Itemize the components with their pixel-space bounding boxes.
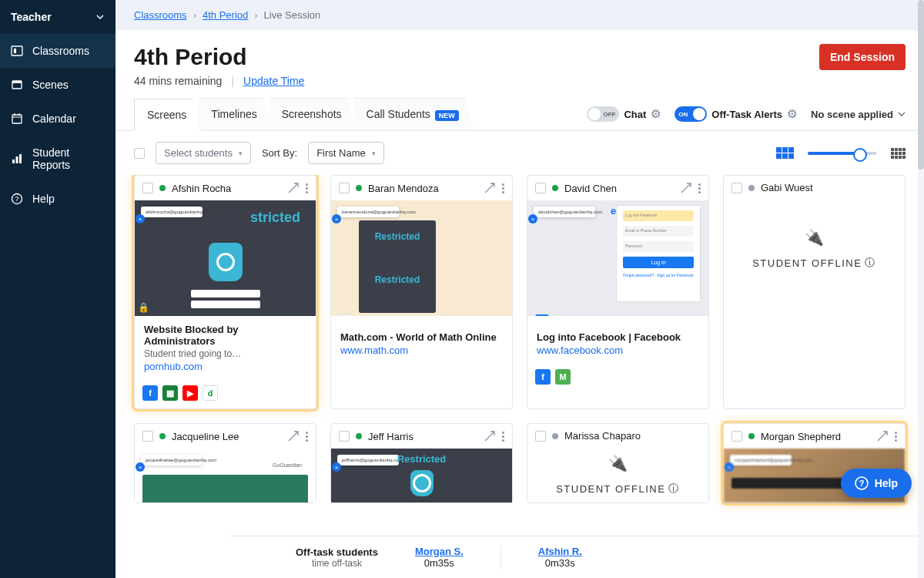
offline-label: STUDENT OFFLINE ⓘ <box>752 256 876 270</box>
desmos-icon[interactable]: d <box>203 385 218 401</box>
student-checkbox[interactable] <box>535 183 546 193</box>
facebook-icon[interactable]: f <box>142 385 158 401</box>
student-card: Afshin Rocha ×afshinrocha@goguardianhq.c… <box>134 175 316 409</box>
svg-rect-8 <box>12 160 15 163</box>
more-menu-icon[interactable] <box>306 432 308 442</box>
student-checkbox[interactable] <box>732 183 742 193</box>
chevron-down-icon <box>95 12 105 22</box>
student-card: Gabi Wuest 🔌 STUDENT OFFLINE ⓘ <box>723 175 906 409</box>
app-icon[interactable]: M <box>555 369 571 385</box>
chevron-down-icon <box>898 110 906 118</box>
offtask-toggle[interactable]: ON <box>675 106 707 122</box>
expand-icon[interactable] <box>484 430 496 442</box>
tab-timelines[interactable]: Timelines <box>199 98 272 130</box>
screen-thumbnail[interactable]: ×davidchen@goguardianhq.com ebook Log in… <box>527 200 708 316</box>
expand-icon[interactable] <box>287 430 300 442</box>
breadcrumb-link[interactable]: 4th Period <box>203 9 248 21</box>
student-checkbox[interactable] <box>339 183 350 193</box>
select-all-checkbox[interactable] <box>134 148 145 159</box>
classrooms-icon <box>11 45 23 57</box>
zoom-slider[interactable] <box>808 152 877 155</box>
youtube-icon[interactable]: ▶ <box>182 385 198 401</box>
page-title-text: Website Blocked by Administrators <box>144 324 306 347</box>
offtask-label: Off-Task Alerts <box>711 109 782 120</box>
goguardian-logo: GoGuardian <box>273 462 302 468</box>
status-dot-online <box>552 185 558 191</box>
lock-icon: 🔒 <box>138 302 149 313</box>
gear-icon[interactable]: ⚙ <box>787 107 797 121</box>
expand-icon[interactable] <box>680 182 692 194</box>
screen-thumbnail[interactable]: ×jeffharris@goguardianhq.com Restricted <box>331 449 512 502</box>
sidebar-item-calendar[interactable]: Calendar <box>0 102 116 136</box>
chevron-right-icon: › <box>193 9 196 21</box>
student-card: David Chen ×davidchen@goguardianhq.com e… <box>527 175 709 409</box>
sidebar-header[interactable]: Teacher <box>0 0 116 34</box>
tab-call-students[interactable]: Call StudentsNEW <box>354 98 474 130</box>
sidebar-item-label: Calendar <box>32 113 76 125</box>
sort-by-label: Sort By: <box>262 147 297 159</box>
expand-icon[interactable] <box>287 182 300 194</box>
student-card: Jacqueline Lee ×jacquellinelee@goguardia… <box>134 423 316 503</box>
expand-icon[interactable] <box>876 430 889 442</box>
sidebar-item-help[interactable]: ? Help <box>0 182 116 216</box>
more-menu-icon[interactable] <box>306 183 308 193</box>
chat-toggle-group: OFF Chat ⚙ <box>587 106 661 122</box>
student-cards-grid[interactable]: Afshin Rocha ×afshinrocha@goguardianhq.c… <box>116 175 924 578</box>
chat-toggle[interactable]: OFF <box>587 106 619 122</box>
screen-thumbnail[interactable]: ×jacquellinelee@goguardianhq.com GoGuard… <box>135 449 316 502</box>
more-menu-icon[interactable] <box>895 432 897 442</box>
student-name: Jacqueline Lee <box>172 431 281 442</box>
end-session-button[interactable]: End Session <box>819 44 906 70</box>
offtask-student-link[interactable]: Morgan S. <box>415 546 464 557</box>
sidebar-item-classrooms[interactable]: Classrooms <box>0 34 116 68</box>
student-name: Morgan Shepherd <box>761 431 870 442</box>
student-checkbox[interactable] <box>535 431 546 442</box>
tab-screenshots[interactable]: Screenshots <box>270 98 357 130</box>
more-menu-icon[interactable] <box>698 183 701 193</box>
student-checkbox[interactable] <box>339 431 350 442</box>
scene-select[interactable]: No scene applied <box>811 109 906 120</box>
student-name: Baran Mendoza <box>368 183 477 194</box>
chevron-down-icon: ▾ <box>372 150 376 157</box>
page-url[interactable]: www.facebook.com <box>537 344 699 356</box>
offtask-student-link[interactable]: Afshin R. <box>538 546 582 557</box>
tab-screens[interactable]: Screens <box>134 99 202 131</box>
svg-rect-9 <box>16 156 18 163</box>
page-url[interactable]: pornhub.com <box>144 361 306 372</box>
gear-icon[interactable]: ⚙ <box>651 107 661 121</box>
footer-title: Off-task students <box>296 546 378 558</box>
close-icon: × <box>332 462 341 472</box>
svg-text:?: ? <box>15 195 18 203</box>
grid-view-large-icon[interactable] <box>776 147 794 159</box>
divider: | <box>231 75 234 87</box>
student-checkbox[interactable] <box>142 431 153 442</box>
update-time-link[interactable]: Update Time <box>243 75 304 87</box>
close-icon: × <box>528 214 537 223</box>
breadcrumb-link[interactable]: Classrooms <box>134 9 187 21</box>
info-icon: ⓘ <box>865 256 876 270</box>
more-menu-icon[interactable] <box>502 432 504 442</box>
status-dot-offline <box>748 185 755 191</box>
student-checkbox[interactable] <box>732 431 742 442</box>
scrollbar[interactable] <box>918 0 924 578</box>
select-students-dropdown[interactable]: Select students ▾ <box>156 142 251 164</box>
sort-by-dropdown[interactable]: First Name ▾ <box>308 142 384 164</box>
shield-icon <box>410 470 434 496</box>
main: Classrooms › 4th Period › Live Session 4… <box>116 0 924 578</box>
screen-thumbnail[interactable]: ×baranmendoza@goguardianhq.com Restricte… <box>331 200 512 316</box>
sidebar-item-student-reports[interactable]: Student Reports <box>0 136 116 182</box>
sidebar-item-scenes[interactable]: Scenes <box>0 68 116 102</box>
sidebar-item-label: Help <box>32 193 55 205</box>
page-url[interactable]: www.math.com <box>340 344 503 356</box>
facebook-icon[interactable]: f <box>535 369 551 385</box>
student-checkbox[interactable] <box>142 183 153 193</box>
sheets-icon[interactable]: ▦ <box>162 385 178 401</box>
screen-thumbnail[interactable]: ×afshinrocha@goguardianhq.com stricted 🔒 <box>135 200 316 316</box>
student-card: Marissa Chaparo 🔌 STUDENT OFFLINE ⓘ <box>527 423 709 503</box>
more-menu-icon[interactable] <box>502 183 504 193</box>
student-card: Jeff Harris ×jeffharris@goguardianhq.com… <box>330 423 513 503</box>
grid-view-small-icon[interactable] <box>891 148 906 159</box>
status-dot-online <box>356 185 362 191</box>
expand-icon[interactable] <box>484 182 496 194</box>
help-fab-button[interactable]: ? Help <box>841 469 912 498</box>
